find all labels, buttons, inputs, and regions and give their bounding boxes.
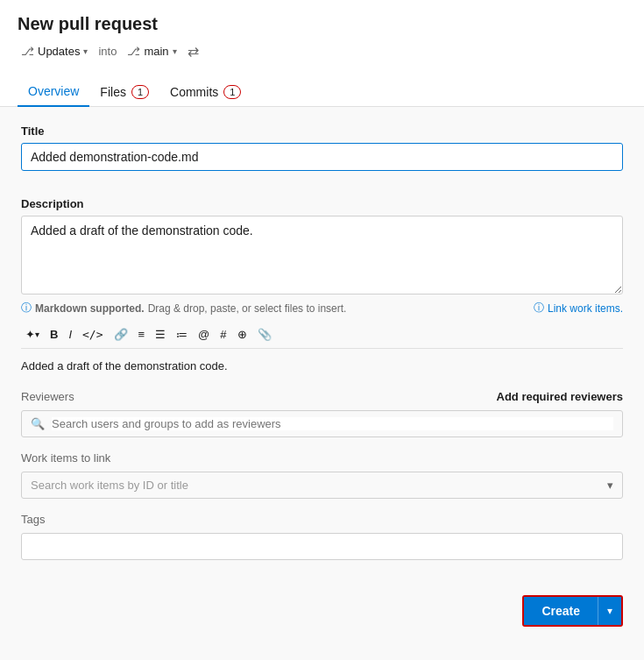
ordered-list-btn[interactable]: ≡ [134, 324, 150, 344]
work-items-chevron-icon: ▾ [607, 479, 613, 492]
updates-chevron-icon: ▾ [83, 46, 88, 56]
info-icon: ⓘ [21, 301, 32, 316]
tab-files-badge: 1 [131, 85, 149, 99]
bold-icon: B [50, 328, 58, 341]
updates-branch-btn[interactable]: ⎇ Updates ▾ [18, 43, 91, 60]
link-work-items-label: Link work items. [548, 302, 623, 315]
tags-label: Tags [21, 513, 623, 526]
title-input[interactable] [21, 143, 623, 171]
swap-icon: ⇄ [188, 43, 199, 60]
formatting-toolbar: ✦ ▾ B I </> 🔗 ≡ ☰ ≔ [21, 321, 623, 349]
title-label: Title [21, 124, 623, 138]
description-textarea[interactable]: Added a draft of the demonstration code. [21, 216, 623, 295]
main-branch-btn[interactable]: ⎇ main ▾ [124, 43, 180, 60]
tags-section: Tags [21, 513, 623, 578]
task-list-btn[interactable]: ≔ [172, 324, 192, 344]
create-dropdown-btn[interactable]: ▾ [598, 597, 621, 625]
branch-icon-2: ⎇ [127, 45, 140, 58]
desc-footer: ⓘ Markdown supported. Drag & drop, paste… [21, 301, 623, 316]
tab-commits-label: Commits [170, 85, 218, 99]
markdown-supported-text: Markdown supported. [35, 302, 145, 315]
at-icon: @ [198, 328, 209, 341]
tab-commits-badge: 1 [223, 85, 241, 99]
unordered-list-btn[interactable]: ☰ [151, 324, 170, 344]
tab-files[interactable]: Files 1 [89, 78, 159, 106]
link-icon: 🔗 [114, 328, 128, 341]
at-sign-icon: ✦ [25, 328, 35, 341]
preview-text: Added a draft of the demonstration code. [21, 356, 623, 376]
reviewers-row: Reviewers Add required reviewers [21, 390, 623, 403]
footer-actions: Create ▾ [21, 595, 623, 627]
code-btn[interactable]: </> [78, 324, 107, 344]
pr-reference-btn[interactable]: ⊕ [233, 324, 251, 344]
mention-dropdown-btn[interactable]: ✦ ▾ [21, 324, 44, 344]
create-button[interactable]: Create [524, 597, 598, 625]
reviewers-search-input[interactable] [52, 417, 613, 430]
branch-row: ⎇ Updates ▾ into ⎇ main ▾ ⇄ [18, 43, 626, 60]
drag-drop-text: Drag & drop, paste, or select files to i… [148, 302, 347, 315]
unordered-list-icon: ☰ [155, 328, 166, 341]
tab-overview[interactable]: Overview [18, 77, 89, 107]
bold-btn[interactable]: B [46, 324, 62, 344]
create-btn-group: Create ▾ [522, 595, 623, 627]
link-work-items-btn[interactable]: ⓘ Link work items. [534, 301, 623, 316]
search-icon: 🔍 [31, 417, 45, 430]
tab-overview-label: Overview [28, 84, 79, 98]
link-btn[interactable]: 🔗 [110, 324, 132, 344]
into-label: into [98, 45, 117, 58]
page-header: New pull request ⎇ Updates ▾ into ⎇ main… [0, 0, 644, 77]
attachment-btn[interactable]: 📎 [253, 324, 276, 344]
work-items-dropdown[interactable]: Search work items by ID or title ▾ [21, 472, 623, 499]
ordered-list-icon: ≡ [138, 328, 145, 341]
main-chevron-icon: ▾ [173, 46, 177, 56]
work-items-section: Work items to link Search work items by … [21, 451, 623, 499]
tabs-bar: Overview Files 1 Commits 1 [0, 77, 644, 107]
create-chevron-icon: ▾ [607, 605, 612, 617]
updates-label: Updates [38, 45, 80, 58]
attachment-icon: 📎 [258, 328, 272, 341]
description-section: Description Added a draft of the demonst… [21, 197, 623, 376]
at-mention-btn[interactable]: @ [194, 324, 214, 344]
code-icon: </> [82, 328, 103, 341]
tab-files-label: Files [100, 85, 126, 99]
tab-commits[interactable]: Commits 1 [159, 78, 251, 106]
reviewers-label: Reviewers [21, 390, 74, 403]
branch-icon: ⎇ [21, 45, 34, 58]
task-list-icon: ≔ [176, 328, 188, 341]
work-items-label: Work items to link [21, 451, 623, 465]
italic-btn[interactable]: I [64, 324, 76, 344]
tags-input[interactable] [21, 533, 623, 560]
work-items-placeholder-text: Search work items by ID or title [31, 479, 188, 492]
heading-btn[interactable]: # [216, 324, 230, 344]
main-content: Title Description Added a draft of the d… [0, 107, 644, 660]
page-title: New pull request [18, 14, 626, 34]
toolbar-chevron-icon: ▾ [35, 330, 39, 339]
description-label: Description [21, 197, 623, 210]
italic-icon: I [68, 328, 72, 341]
markdown-note: ⓘ Markdown supported. Drag & drop, paste… [21, 301, 346, 316]
link-info-icon: ⓘ [534, 301, 544, 316]
reviewers-search-field[interactable]: 🔍 [21, 410, 623, 437]
pr-icon: ⊕ [237, 328, 247, 341]
reviewers-section: Reviewers Add required reviewers 🔍 [21, 390, 623, 437]
main-label: main [144, 45, 168, 58]
title-section: Title [21, 124, 623, 185]
heading-icon: # [220, 328, 226, 341]
add-required-reviewers-btn[interactable]: Add required reviewers [497, 390, 624, 403]
